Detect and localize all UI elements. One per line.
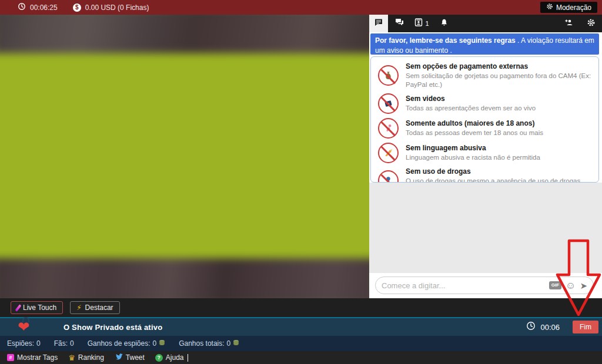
rule-description: Todas as apresentações devem ser ao vivo <box>406 104 536 113</box>
send-message-button[interactable]: ➤ <box>580 281 587 290</box>
hash-icon: # <box>7 354 14 361</box>
no-external-payment-icon <box>378 65 399 86</box>
rule-description: O uso de drogas ou mesmo a aparência de … <box>406 177 591 183</box>
private-show-timer: 00:06 <box>540 323 560 332</box>
webcam-video-feed[interactable] <box>0 15 369 298</box>
dollar-coin-icon: $ <box>73 4 81 12</box>
rule-text: Somente adultos (maiores de 18 anos) Tod… <box>406 119 543 137</box>
rule-title: Sem linguagem abusiva <box>406 144 540 152</box>
lock-shackle-icon <box>22 317 29 322</box>
boost-button[interactable]: ⚡ Destacar <box>70 301 119 314</box>
stat-value: 0 <box>36 339 41 348</box>
crown-icon: ♛ <box>68 354 75 362</box>
stat-label: Fãs: <box>54 339 68 348</box>
invite-user-button[interactable] <box>557 15 580 32</box>
show-tags-button[interactable]: # Mostrar Tags <box>7 353 58 362</box>
clock-icon <box>18 2 26 13</box>
lightning-icon: ⚡ <box>76 304 81 311</box>
no-videos-icon <box>378 93 399 114</box>
ranking-label: Ranking <box>78 353 104 362</box>
clock-icon <box>526 321 536 333</box>
chat-input-row: GIF ☺ ➤ <box>369 273 602 298</box>
stat-label: Espiões: <box>7 339 34 348</box>
rule-text: Sem linguagem abusiva Linguagem abusiva … <box>406 144 540 162</box>
contacts-icon <box>414 18 423 29</box>
chat-settings-button[interactable] <box>580 15 602 32</box>
rule-text: Sem uso de drogas O uso de drogas ou mes… <box>406 167 591 183</box>
contacts-count-badge: 1 <box>425 20 429 27</box>
rule-description: Todas as pessoas devem ter 18 anos ou ma… <box>406 129 543 137</box>
rule-title: Sem videos <box>406 95 536 103</box>
earnings-balance: 0.00 USD (0 Fichas) <box>85 4 149 12</box>
help-label: Ajuda <box>166 353 184 362</box>
topbar-right-group: Moderação <box>540 2 602 13</box>
rule-title: Somente adultos (maiores de 18 anos) <box>406 119 543 127</box>
rule-description: Sem solicitação de gorjetas ou pagamento… <box>406 72 591 89</box>
chat-messages-area[interactable] <box>369 183 602 273</box>
person-add-icon <box>564 18 574 29</box>
tab-notifications[interactable] <box>433 15 455 32</box>
no-abusive-language-icon <box>378 143 399 163</box>
moderation-button-label: Moderação <box>556 4 591 12</box>
coins-icon <box>159 339 165 348</box>
stat-total-earnings: Ganhos totais: 0 <box>179 339 239 348</box>
rule-title: Sem opções de pagamento externas <box>406 62 591 70</box>
stat-spies: Espiões: 0 <box>7 339 41 348</box>
rule-text: Sem videos Todas as apresentações devem … <box>406 95 536 113</box>
private-show-status-text: O Show Privado está ativo <box>63 323 162 332</box>
boost-label: Destacar <box>85 304 113 312</box>
chat-message-icon <box>374 18 383 29</box>
tab-contacts[interactable]: 1 <box>410 15 433 32</box>
rule-item-no-abusive-language: Sem linguagem abusiva Linguagem abusiva … <box>378 143 591 163</box>
rule-text: Sem opções de pagamento externas Sem sol… <box>406 62 591 89</box>
broadcast-page: 00:06:25 $ 0.00 USD (0 Fichas) Moderação <box>0 0 602 364</box>
live-touch-label: Live Touch <box>23 304 56 312</box>
rule-item-no-drugs: Sem uso de drogas O uso de drogas ou mes… <box>378 167 591 183</box>
chat-tab-bar: 1 <box>369 15 602 32</box>
topbar-left-group: 00:06:25 $ 0.00 USD (0 Fichas) <box>0 2 149 13</box>
gear-icon <box>546 3 553 12</box>
rules-notice-banner: Por favor, lembre-se das seguintes regra… <box>370 33 599 55</box>
top-status-bar: 00:06:25 $ 0.00 USD (0 Fichas) Moderação <box>0 0 602 15</box>
rule-item-no-videos: Sem videos Todas as apresentações devem … <box>378 93 591 114</box>
rule-description: Linguagem abusiva e racista não é permit… <box>406 153 540 162</box>
tab-chat[interactable] <box>369 15 388 32</box>
gear-icon <box>587 18 596 29</box>
chat-input-pill: GIF ☺ ➤ <box>375 277 594 294</box>
moderation-button[interactable]: Moderação <box>540 2 597 13</box>
show-tags-label: Mostrar Tags <box>17 353 58 362</box>
tweet-label: Tweet <box>126 353 145 362</box>
end-private-show-button[interactable]: Fim <box>573 321 598 333</box>
private-show-right-group: 00:06 Fim <box>526 321 602 333</box>
broadcast-controls-row: Live Touch ⚡ Destacar <box>0 298 602 317</box>
tab-conversations[interactable] <box>388 15 410 32</box>
footer-bar: # Mostrar Tags ♛ Ranking Tweet ? Ajuda <box>0 351 602 364</box>
show-stats-bar: Espiões: 0 Fãs: 0 Ganhos de espiões: 0 G… <box>0 336 602 351</box>
tab-bar-spacer <box>455 15 557 32</box>
video-blur-band-bottom <box>0 258 369 298</box>
chat-message-input[interactable] <box>382 281 545 290</box>
bell-icon <box>440 18 449 29</box>
stat-label: Ganhos totais: <box>179 339 224 348</box>
private-show-heart-lock-icon: ❤ <box>18 319 34 335</box>
tweet-button[interactable]: Tweet <box>115 353 145 362</box>
help-button[interactable]: ? Ajuda <box>155 353 188 362</box>
question-mark-icon: ? <box>155 354 163 362</box>
chat-bubbles-icon <box>394 18 404 29</box>
rule-item-adults-only: Somente adultos (maiores de 18 anos) Tod… <box>378 118 591 139</box>
twitter-bird-icon <box>115 353 123 362</box>
rule-title: Sem uso de drogas <box>406 167 591 176</box>
rules-notice-bold: Por favor, lembre-se das seguintes regra… <box>375 36 516 45</box>
ranking-button[interactable]: ♛ Ranking <box>68 353 104 362</box>
chat-body: Por favor, lembre-se das seguintes regra… <box>369 32 602 298</box>
stat-value: 0 <box>227 339 231 348</box>
stat-value: 0 <box>153 339 157 348</box>
gif-picker-button[interactable]: GIF <box>549 281 561 289</box>
live-touch-button[interactable]: Live Touch <box>11 301 63 314</box>
private-show-bar: ❤ O Show Privado está ativo 00:06 Fim <box>0 317 602 336</box>
video-blur-band-top <box>0 15 369 53</box>
rule-item-no-external-payment: Sem opções de pagamento externas Sem sol… <box>378 62 591 89</box>
stat-spy-earnings: Ganhos de espiões: 0 <box>88 339 165 348</box>
emoji-picker-button[interactable]: ☺ <box>566 281 576 291</box>
stat-value: 0 <box>70 339 74 348</box>
